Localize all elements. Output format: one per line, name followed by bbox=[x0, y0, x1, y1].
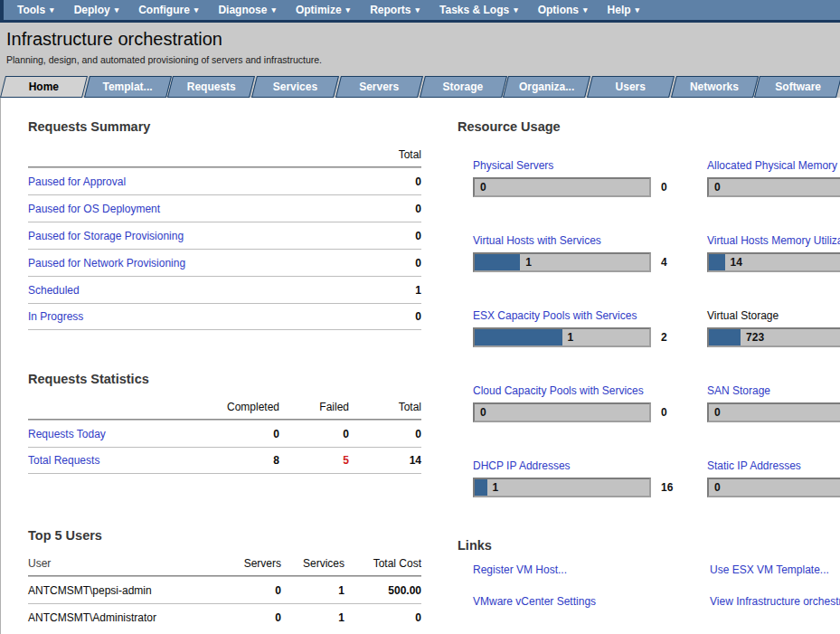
content-area: Requests Summary Total Paused for Approv… bbox=[0, 98, 840, 634]
tab-users[interactable]: Users bbox=[589, 76, 673, 98]
menu-configure[interactable]: Configure▾ bbox=[130, 4, 210, 16]
link-scheduled[interactable]: Scheduled bbox=[28, 284, 80, 297]
table-row: ANTCMSMT\pepsi-admin 0 1 500.00 bbox=[28, 576, 421, 603]
table-row: In Progress 0 bbox=[28, 303, 421, 330]
gauge-value: 0 bbox=[714, 406, 721, 419]
menu-deploy[interactable]: Deploy▾ bbox=[66, 4, 131, 16]
gauge-fill bbox=[475, 479, 487, 496]
table-row: Requests Today 0 0 0 bbox=[28, 420, 421, 447]
cell-total: 0 bbox=[367, 175, 421, 188]
link-cloud-capacity-pools[interactable]: Cloud Capacity Pools with Services bbox=[473, 384, 707, 397]
gauge-san-storage: SAN Storage 0 bbox=[707, 384, 840, 426]
table-header-row: Total bbox=[28, 143, 421, 167]
menu-tasks-logs[interactable]: Tasks & Logs▾ bbox=[431, 4, 530, 16]
link-paused-network-provisioning[interactable]: Paused for Network Provisioning bbox=[28, 257, 185, 270]
link-vmware-vcenter-settings[interactable]: VMware vCenter Settings bbox=[473, 595, 710, 608]
link-paused-approval[interactable]: Paused for Approval bbox=[28, 175, 126, 188]
tab-servers[interactable]: Servers bbox=[337, 76, 421, 98]
link-view-infrastructure-orchestration[interactable]: View Infrastructure orchestration... bbox=[710, 595, 840, 608]
gauge-value: 0 bbox=[714, 481, 721, 494]
link-requests-today[interactable]: Requests Today bbox=[28, 428, 106, 440]
gauge-total: 16 bbox=[661, 481, 673, 494]
link-dhcp-ip[interactable]: DHCP IP Addresses bbox=[473, 459, 707, 472]
table-row: Paused for OS Deployment 0 bbox=[28, 194, 421, 222]
gauge-value: 0 bbox=[480, 181, 486, 194]
gauge-bar: 723 bbox=[707, 327, 840, 347]
cell-total: 0 bbox=[367, 230, 421, 242]
table-row: Paused for Approval 0 bbox=[28, 167, 421, 194]
column-header-total: Total bbox=[367, 148, 421, 161]
tab-templates[interactable]: Templat... bbox=[86, 76, 170, 98]
requests-statistics-section: Requests Statistics Completed Failed Tot… bbox=[28, 372, 421, 474]
link-use-esx-vm-template[interactable]: Use ESX VM Template... bbox=[710, 563, 840, 576]
cell-failed: 0 bbox=[279, 428, 349, 440]
gauge-value: 1 bbox=[525, 256, 532, 269]
gauge-virtual-hosts-memory: Virtual Hosts Memory Utilization 14 bbox=[707, 234, 840, 276]
gauge-virtual-storage: Virtual Storage 723 bbox=[707, 309, 840, 351]
menu-help[interactable]: Help▾ bbox=[599, 4, 652, 16]
tab-label: Templat... bbox=[86, 76, 170, 98]
menu-tools[interactable]: Tools▾ bbox=[9, 4, 66, 16]
menu-label: Optimize bbox=[296, 4, 342, 16]
tab-label: Organiza... bbox=[505, 76, 589, 98]
menu-optimize[interactable]: Optimize▾ bbox=[288, 4, 362, 16]
tab-services[interactable]: Services bbox=[253, 76, 337, 98]
tab-home[interactable]: Home bbox=[2, 76, 86, 98]
menu-label: Options bbox=[538, 4, 579, 16]
links-section: Links Register VM Host... Use ESX VM Tem… bbox=[458, 538, 840, 627]
menu-label: Configure bbox=[138, 4, 190, 16]
link-in-progress[interactable]: In Progress bbox=[28, 310, 83, 323]
chevron-down-icon: ▾ bbox=[346, 5, 351, 14]
gauge-bar: 0 bbox=[707, 177, 840, 197]
link-esx-capacity-pools[interactable]: ESX Capacity Pools with Services bbox=[473, 309, 707, 322]
cell-servers: 0 bbox=[202, 611, 281, 624]
link-total-requests[interactable]: Total Requests bbox=[28, 454, 99, 467]
link-virtual-hosts-services[interactable]: Virtual Hosts with Services bbox=[473, 234, 707, 247]
tab-label: Users bbox=[589, 76, 673, 98]
gauge-value: 0 bbox=[480, 406, 486, 419]
gauge-bar: 14 bbox=[707, 252, 840, 272]
cell-total-cost: 0 bbox=[344, 611, 421, 624]
link-paused-os-deployment[interactable]: Paused for OS Deployment bbox=[28, 203, 160, 215]
chevron-down-icon: ▾ bbox=[636, 5, 640, 14]
cell-total: 0 bbox=[367, 203, 421, 215]
tab-label: Software bbox=[756, 76, 840, 98]
chevron-down-icon: ▾ bbox=[514, 5, 518, 14]
link-static-ip[interactable]: Static IP Addresses bbox=[707, 459, 840, 472]
gauge-grid: Physical Servers 0 0 Allocated Physical … bbox=[473, 159, 840, 535]
cell-failed: 5 bbox=[279, 454, 349, 467]
menu-reports[interactable]: Reports▾ bbox=[362, 4, 431, 16]
page-subtitle: Planning, design, and automated provisio… bbox=[6, 54, 840, 65]
link-san-storage[interactable]: SAN Storage bbox=[707, 384, 840, 397]
tab-organizations[interactable]: Organiza... bbox=[505, 76, 589, 98]
gauge-total: 0 bbox=[661, 406, 667, 419]
link-virtual-hosts-memory[interactable]: Virtual Hosts Memory Utilization bbox=[707, 234, 840, 247]
top-users-table: User Servers Services Total Cost ANTCMSM… bbox=[28, 552, 421, 630]
table-row: Total Requests 8 5 14 bbox=[28, 447, 421, 474]
gauge-bar: 0 bbox=[707, 402, 840, 422]
gauge-fill bbox=[709, 329, 741, 345]
gauge-virtual-hosts-services: Virtual Hosts with Services 1 4 bbox=[473, 234, 707, 276]
tab-requests[interactable]: Requests bbox=[169, 76, 253, 98]
column-header-failed: Failed bbox=[279, 401, 349, 413]
cell-total: 14 bbox=[349, 454, 421, 467]
link-physical-servers[interactable]: Physical Servers bbox=[473, 159, 707, 172]
requests-summary-title: Requests Summary bbox=[28, 119, 421, 134]
link-allocated-physical-memory[interactable]: Allocated Physical Memory bbox=[707, 159, 840, 172]
gauge-total: 2 bbox=[661, 331, 667, 344]
link-paused-storage-provisioning[interactable]: Paused for Storage Provisioning bbox=[28, 230, 184, 242]
cell-total-cost: 500.00 bbox=[344, 584, 421, 597]
tab-networks[interactable]: Networks bbox=[673, 76, 757, 98]
chevron-down-icon: ▾ bbox=[115, 5, 119, 14]
tab-software[interactable]: Software bbox=[756, 76, 840, 98]
link-register-vm-host[interactable]: Register VM Host... bbox=[473, 563, 710, 576]
menu-options[interactable]: Options▾ bbox=[530, 4, 599, 16]
cell-completed: 0 bbox=[198, 428, 279, 440]
menu-label: Diagnose bbox=[218, 4, 267, 16]
links-grid: Register VM Host... Use ESX VM Template.… bbox=[473, 563, 840, 627]
menu-label: Deploy bbox=[74, 4, 110, 16]
menu-diagnose[interactable]: Diagnose▾ bbox=[210, 4, 288, 16]
table-row: Scheduled 1 bbox=[28, 276, 421, 303]
tab-storage[interactable]: Storage bbox=[421, 76, 505, 98]
gauge-bar: 1 bbox=[473, 478, 651, 497]
